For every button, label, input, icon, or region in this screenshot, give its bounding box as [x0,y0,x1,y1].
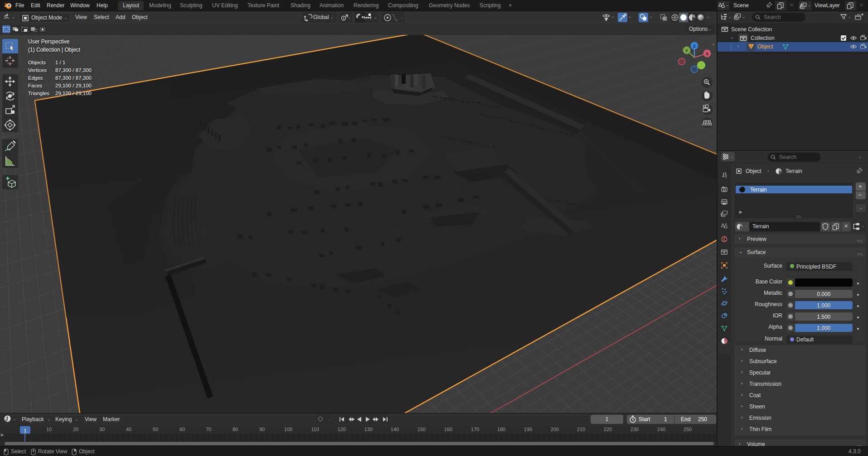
svg-text:X: X [706,52,708,56]
svg-text:Z: Z [693,44,696,48]
svg-text:Y: Y [685,48,688,53]
